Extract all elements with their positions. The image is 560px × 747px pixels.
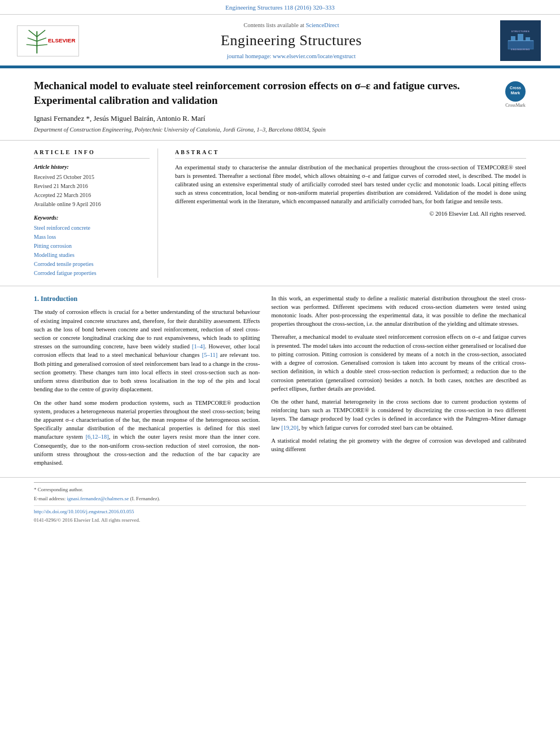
left-column: 1. Introduction The study of corrosion e… xyxy=(34,294,260,472)
journal-logo-area: ENGINEERING STRUCTURES xyxy=(498,20,543,61)
email-line: E-mail address: ignasi.fernandez@chalmer… xyxy=(34,495,526,503)
left-para-1: The study of corrosion effects is crucia… xyxy=(34,308,260,394)
corresponding-note: * Corresponding author. xyxy=(34,486,526,493)
elsevier-logo-area: ELSEVIER xyxy=(11,25,85,56)
revised-date: Revised 21 March 2016 xyxy=(34,182,150,190)
sciencedirect-link: Contents lists available at ScienceDirec… xyxy=(85,21,498,30)
doi-link[interactable]: http://dx.doi.org/10.1016/j.engstruct.20… xyxy=(34,508,526,516)
article-info-abstract: ARTICLE INFO Article history: Received 2… xyxy=(0,141,560,286)
journal-header: ELSEVIER Contents lists available at Sci… xyxy=(0,15,560,67)
section-title-text: Introduction xyxy=(41,295,77,303)
crossmark-badge: Cross Mark CrossMark xyxy=(505,81,526,108)
svg-text:Mark: Mark xyxy=(511,91,520,95)
footer-copyright: 0141-0296/© 2016 Elsevier Ltd. All right… xyxy=(34,517,526,524)
article-title-section: Mechanical model to evaluate steel reinf… xyxy=(0,68,560,140)
article-authors: Ignasi Fernandez *, Jesús Miguel Bairán,… xyxy=(34,113,498,124)
history-heading: Article history: xyxy=(34,163,150,171)
journal-logo: ENGINEERING STRUCTURES xyxy=(500,20,541,61)
article-affiliation: Department of Construction Engineering, … xyxy=(34,126,498,134)
keyword-3: Pitting corrosion xyxy=(34,242,150,251)
keywords-list: Steel reinforced concrete Mass loss Pitt… xyxy=(34,224,150,278)
svg-text:ENGINEERING: ENGINEERING xyxy=(511,48,530,51)
crossmark-label: CrossMark xyxy=(505,102,526,108)
svg-rect-12 xyxy=(518,34,523,41)
right-para-1: In this work, an experimental study to d… xyxy=(271,294,526,329)
accepted-date: Accepted 22 March 2016 xyxy=(34,191,150,199)
keyword-6: Corroded fatigue properties xyxy=(34,269,150,278)
footer: * Corresponding author. E-mail address: … xyxy=(0,477,560,527)
abstract-heading: ABSTRACT xyxy=(175,148,526,159)
journal-reference: Engineering Structures 118 (2016) 320–33… xyxy=(0,0,560,15)
article-info: ARTICLE INFO Article history: Received 2… xyxy=(34,148,158,278)
section-number: 1. xyxy=(34,295,39,303)
svg-rect-13 xyxy=(526,37,530,41)
right-column: In this work, an experimental study to d… xyxy=(271,294,526,472)
journal-name-area: Contents lists available at ScienceDirec… xyxy=(85,21,498,61)
abstract-text: An experimental study to characterise th… xyxy=(175,163,526,218)
dates-list: Received 25 October 2015 Revised 21 Marc… xyxy=(34,173,150,208)
article-info-heading: ARTICLE INFO xyxy=(34,148,150,159)
right-para-3: On the other hand, material heterogeneit… xyxy=(271,397,526,432)
intro-heading: 1. Introduction xyxy=(34,294,260,304)
right-para-4: A statistical model relating the pit geo… xyxy=(271,436,526,453)
journal-title: Engineering Structures xyxy=(85,30,498,51)
main-content: 1. Introduction The study of corrosion e… xyxy=(0,286,560,478)
left-para-2: On the other hand some modern production… xyxy=(34,399,260,468)
keyword-1: Steel reinforced concrete xyxy=(34,224,150,233)
journal-homepage: journal homepage: www.elsevier.com/locat… xyxy=(85,53,498,61)
svg-text:Cross: Cross xyxy=(510,86,521,90)
svg-text:ELSEVIER: ELSEVIER xyxy=(48,37,75,43)
right-para-2: Thereafter, a mechanical model to evalua… xyxy=(271,333,526,393)
elsevier-logo: ELSEVIER xyxy=(17,25,79,56)
author-email[interactable]: ignasi.fernandez@chalmers.se xyxy=(67,496,129,501)
keywords-heading: Keywords: xyxy=(34,214,150,222)
keyword-2: Mass loss xyxy=(34,233,150,242)
svg-rect-11 xyxy=(511,36,515,41)
keyword-4: Modelling studies xyxy=(34,251,150,260)
intro-section: 1. Introduction xyxy=(34,294,260,304)
keyword-5: Corroded tensile propeties xyxy=(34,260,150,269)
received-date: Received 25 October 2015 xyxy=(34,173,150,181)
article-title: Mechanical model to evaluate steel reinf… xyxy=(34,78,498,107)
available-date: Available online 9 April 2016 xyxy=(34,200,150,208)
svg-text:STRUCTURES: STRUCTURES xyxy=(511,30,529,33)
abstract-copyright: © 2016 Elsevier Ltd. All rights reserved… xyxy=(175,209,526,218)
abstract-section: ABSTRACT An experimental study to charac… xyxy=(169,148,526,278)
